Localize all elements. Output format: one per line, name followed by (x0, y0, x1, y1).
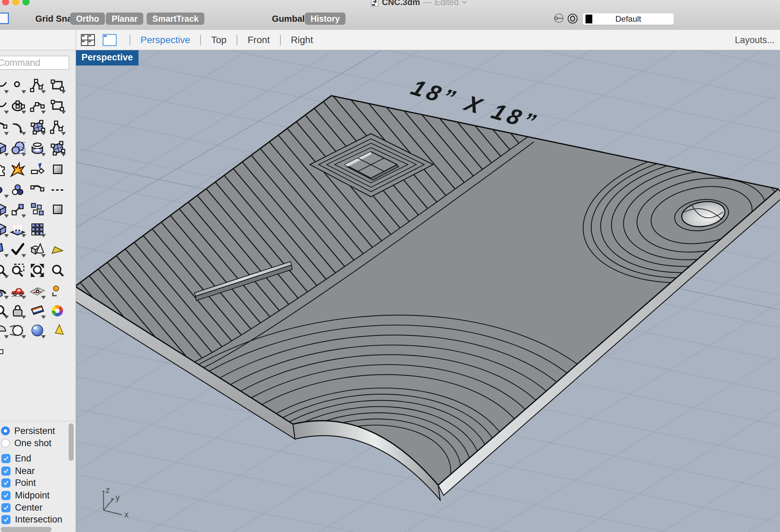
adjust-curve-tool[interactable] (30, 182, 46, 198)
chevron-down-icon[interactable] (462, 0, 467, 4)
pyramid-tool[interactable] (0, 202, 9, 218)
layouts-button[interactable]: Layouts... (735, 30, 775, 50)
flyout-arrow-icon[interactable] (61, 111, 66, 114)
shaded-view-tool[interactable] (0, 323, 9, 339)
zoom-window-tool[interactable] (10, 263, 26, 279)
flyout-arrow-icon[interactable] (41, 90, 46, 94)
spotlight-tool[interactable] (0, 303, 9, 319)
primitives-tool[interactable] (30, 242, 46, 258)
flyout-arrow-icon[interactable] (61, 90, 66, 94)
flyout-arrow-icon[interactable] (4, 234, 9, 238)
analyze-check-tool[interactable] (10, 242, 26, 258)
flyout-arrow-icon[interactable] (4, 254, 9, 258)
hide-tool[interactable] (50, 182, 66, 198)
flyout-arrow-icon[interactable] (41, 153, 46, 156)
arc-tool[interactable] (30, 98, 46, 114)
osnap-filter-icon[interactable] (554, 13, 564, 23)
fillet-curve-tool[interactable] (10, 119, 26, 136)
history-button[interactable]: History (305, 13, 346, 25)
polyline-tool[interactable] (50, 78, 66, 94)
checkbox-checked-icon[interactable] (1, 503, 11, 512)
osnap-midpoint-row[interactable]: Midpoint (1, 490, 50, 501)
shear-tool[interactable] (50, 242, 66, 258)
gumball-label[interactable]: Gumball (272, 13, 307, 25)
flyout-arrow-icon[interactable] (21, 296, 26, 299)
flyout-arrow-icon[interactable] (21, 316, 26, 319)
smarttrack-button[interactable]: SmartTrack (147, 13, 204, 25)
osnap-end-row[interactable]: End (1, 453, 31, 464)
point-display-tool[interactable] (0, 182, 9, 198)
rectangle-tool[interactable] (50, 98, 66, 114)
sidebar-horizontal-scrollbar[interactable] (1, 527, 52, 532)
flyout-arrow-icon[interactable] (41, 254, 46, 258)
flyout-arrow-icon[interactable] (21, 132, 26, 135)
osnap-intersection-row[interactable]: Intersection (1, 514, 62, 525)
loft-tool[interactable] (50, 140, 66, 157)
trim-tool[interactable] (50, 162, 66, 178)
perspective-viewport[interactable]: 18” X 18” (76, 50, 780, 532)
radio-selected-icon[interactable] (1, 426, 10, 435)
join-tool[interactable] (0, 162, 9, 178)
curve-tool[interactable] (0, 78, 9, 94)
osnap-center-row[interactable]: Center (1, 502, 42, 513)
layer-tool[interactable] (30, 303, 46, 319)
circle-tool[interactable] (10, 98, 26, 114)
minimize-window-button[interactable] (12, 0, 19, 5)
flyout-arrow-icon[interactable] (4, 316, 9, 319)
flyout-arrow-icon[interactable] (4, 111, 9, 114)
color-tool[interactable] (50, 303, 66, 319)
flyout-arrow-icon[interactable] (4, 195, 9, 198)
set-view-tool[interactable] (50, 283, 66, 300)
annotation-flag-tool[interactable] (0, 347, 9, 363)
array-tool[interactable] (30, 222, 46, 238)
viewport-tab-perspective[interactable]: Perspective (136, 35, 195, 45)
checkbox-checked-icon[interactable] (1, 467, 11, 476)
toolbar-edge-icon[interactable] (0, 13, 9, 24)
sphere-tool[interactable] (10, 140, 26, 157)
wireframe-view-tool[interactable] (10, 323, 26, 339)
rendered-view-tool[interactable] (30, 323, 46, 339)
extrude-surface-tool[interactable] (10, 222, 26, 238)
move-tool[interactable] (10, 202, 26, 218)
flyout-arrow-icon[interactable] (4, 214, 9, 218)
osnap-mode-persistent[interactable]: Persistent (1, 425, 55, 436)
flyout-arrow-icon[interactable] (41, 335, 46, 339)
copy-tool[interactable] (30, 202, 46, 218)
flyout-arrow-icon[interactable] (61, 132, 66, 135)
flyout-arrow-icon[interactable] (21, 234, 26, 238)
checkbox-checked-icon[interactable] (1, 515, 11, 524)
sweep-tool[interactable] (50, 119, 66, 136)
interpolate-curve-tool[interactable] (0, 98, 9, 114)
flyout-arrow-icon[interactable] (4, 90, 9, 94)
layer-selector[interactable]: Default (582, 13, 674, 25)
flyout-arrow-icon[interactable] (21, 90, 26, 94)
viewport-tab-top[interactable]: Top (206, 35, 231, 45)
viewport-tab-right[interactable]: Right (286, 35, 318, 45)
checkbox-checked-icon[interactable] (1, 478, 11, 488)
flyout-arrow-icon[interactable] (41, 316, 46, 319)
flyout-arrow-icon[interactable] (61, 153, 66, 156)
box-tool[interactable] (0, 140, 9, 157)
zoom-window-button[interactable] (22, 0, 30, 5)
viewport-tab-front[interactable]: Front (243, 35, 274, 45)
cone-tool[interactable] (50, 323, 66, 339)
radio-unselected-icon[interactable] (1, 439, 10, 448)
flyout-arrow-icon[interactable] (21, 111, 26, 114)
osnap-vertical-scrollbar[interactable] (69, 423, 74, 461)
osnap-near-row[interactable]: Near (1, 466, 35, 476)
flyout-arrow-icon[interactable] (21, 254, 26, 258)
flyout-arrow-icon[interactable] (41, 132, 46, 135)
flyout-arrow-icon[interactable] (4, 132, 9, 135)
close-window-button[interactable] (2, 0, 9, 5)
wedge-tool[interactable] (0, 242, 9, 258)
flyout-arrow-icon[interactable] (4, 153, 9, 156)
point-tool[interactable] (10, 78, 26, 94)
flyout-arrow-icon[interactable] (4, 275, 9, 279)
zoom-selected-tool[interactable] (50, 263, 66, 279)
lock-tool[interactable] (10, 303, 26, 319)
control-point-curve-tool[interactable] (30, 78, 46, 94)
checkbox-checked-icon[interactable] (1, 454, 11, 463)
window-title[interactable]: CNC.3dm — Edited (371, 0, 467, 8)
flyout-arrow-icon[interactable] (4, 335, 9, 339)
flyout-arrow-icon[interactable] (41, 296, 46, 299)
